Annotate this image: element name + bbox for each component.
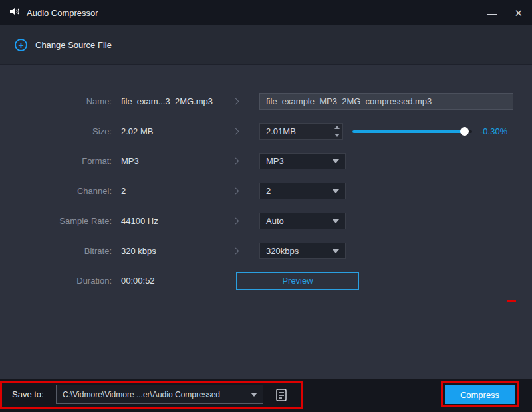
size-spinner[interactable]: 2.01MB bbox=[259, 123, 343, 140]
format-dropdown[interactable]: MP3 bbox=[259, 153, 346, 169]
browse-folder-button[interactable] bbox=[271, 385, 291, 403]
channel-label: Channel: bbox=[0, 186, 112, 196]
bitrate-row: Bitrate: 320 kbps 320kbps bbox=[0, 236, 532, 266]
browse-folder-icon bbox=[275, 387, 288, 402]
chevron-right-icon bbox=[230, 99, 241, 104]
size-label: Size: bbox=[0, 126, 112, 136]
dropdown-caret-icon bbox=[251, 393, 257, 397]
settings-form: Name: file_exam...3_2MG.mp3 file_example… bbox=[0, 65, 532, 296]
bitrate-value: 320 kbps bbox=[121, 246, 230, 256]
sample-rate-dropdown-value: Auto bbox=[266, 216, 284, 226]
size-slider-handle[interactable] bbox=[460, 127, 469, 136]
compress-button[interactable]: Compress bbox=[445, 385, 515, 404]
size-row: Size: 2.02 MB 2.01MB -0.30% bbox=[0, 116, 532, 146]
duration-row: Duration: 00:00:52 Preview bbox=[0, 266, 532, 296]
size-step-down-icon[interactable] bbox=[331, 132, 342, 140]
close-button[interactable]: ✕ bbox=[514, 8, 523, 18]
format-label: Format: bbox=[0, 156, 112, 166]
sample-rate-row: Sample Rate: 44100 Hz Auto bbox=[0, 206, 532, 236]
change-source-file-button[interactable]: Change Source File bbox=[35, 40, 112, 50]
add-plus-icon[interactable]: + bbox=[15, 39, 27, 51]
name-label: Name: bbox=[0, 96, 112, 106]
sample-rate-value: 44100 Hz bbox=[121, 216, 230, 226]
duration-value: 00:00:52 bbox=[121, 276, 230, 286]
channel-value: 2 bbox=[121, 186, 230, 196]
dropdown-caret-icon bbox=[332, 159, 339, 163]
size-step-up-icon[interactable] bbox=[331, 124, 342, 132]
dropdown-caret-icon bbox=[332, 249, 339, 253]
channel-row: Channel: 2 2 bbox=[0, 176, 532, 206]
channel-dropdown[interactable]: 2 bbox=[259, 183, 346, 199]
channel-dropdown-value: 2 bbox=[266, 186, 271, 196]
save-to-label: Save to: bbox=[12, 389, 44, 399]
speaker-icon bbox=[9, 7, 20, 19]
name-row: Name: file_exam...3_2MG.mp3 file_example… bbox=[0, 86, 532, 116]
preview-button[interactable]: Preview bbox=[236, 272, 359, 290]
size-slider[interactable] bbox=[352, 124, 472, 140]
chevron-right-icon bbox=[230, 159, 241, 163]
size-reduction-percent: -0.30% bbox=[480, 126, 507, 136]
header: + Change Source File bbox=[0, 25, 532, 65]
save-path-value[interactable]: C:\Vidmore\Vidmore ...er\Audio Compresse… bbox=[57, 385, 245, 403]
dropdown-caret-icon bbox=[332, 189, 339, 193]
bitrate-label: Bitrate: bbox=[0, 246, 112, 256]
titlebar: Audio Compressor — ✕ bbox=[0, 0, 532, 25]
sample-rate-label: Sample Rate: bbox=[0, 216, 112, 226]
bitrate-dropdown-value: 320kbps bbox=[266, 246, 299, 256]
size-value: 2.02 MB bbox=[121, 126, 230, 136]
minimize-button[interactable]: — bbox=[487, 8, 497, 18]
size-spinner-value[interactable]: 2.01MB bbox=[260, 124, 331, 139]
size-slider-fill bbox=[352, 130, 465, 133]
format-row: Format: MP3 MP3 bbox=[0, 146, 532, 176]
dropdown-caret-icon bbox=[332, 219, 339, 223]
window-title: Audio Compressor bbox=[27, 8, 98, 18]
save-path-dropdown-button[interactable] bbox=[245, 385, 263, 403]
footer-bar: Save to: C:\Vidmore\Vidmore ...er\Audio … bbox=[0, 379, 532, 412]
format-dropdown-value: MP3 bbox=[266, 156, 284, 166]
chevron-right-icon bbox=[230, 129, 241, 134]
bitrate-dropdown[interactable]: 320kbps bbox=[259, 243, 346, 259]
chevron-right-icon bbox=[230, 219, 241, 223]
format-value: MP3 bbox=[121, 156, 230, 166]
sample-rate-dropdown[interactable]: Auto bbox=[259, 213, 346, 229]
duration-label: Duration: bbox=[0, 276, 112, 286]
save-path-combobox[interactable]: C:\Vidmore\Vidmore ...er\Audio Compresse… bbox=[56, 385, 263, 404]
chevron-right-icon bbox=[230, 249, 241, 253]
output-name-input[interactable]: file_example_MP3_2MG_compressed.mp3 bbox=[259, 93, 513, 110]
audio-compressor-window: Audio Compressor — ✕ + Change Source Fil… bbox=[0, 0, 532, 412]
chevron-right-icon bbox=[230, 189, 241, 193]
annotation-mark bbox=[507, 300, 516, 302]
name-value: file_exam...3_2MG.mp3 bbox=[121, 96, 230, 106]
